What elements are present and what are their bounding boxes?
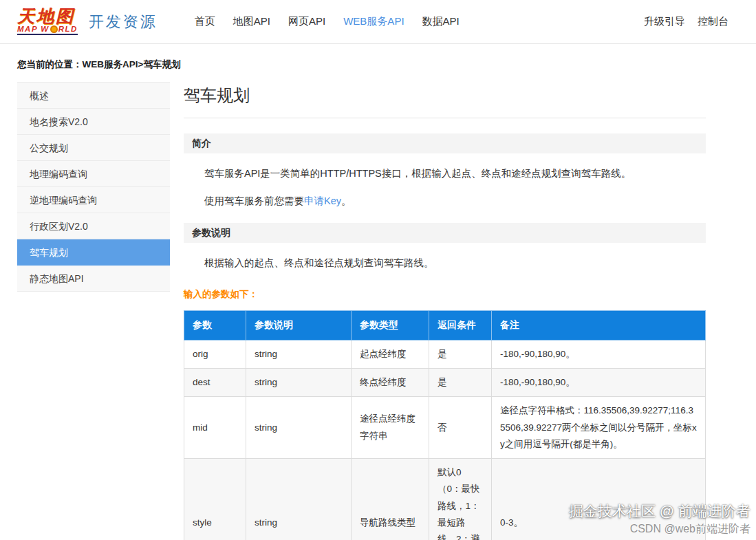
intro-paragraph-2-suffix: 。 [341,195,352,206]
cell-param-type: string [246,397,352,459]
sidebar-item-overview[interactable]: 概述 [17,83,170,109]
nav-item-web-service-api[interactable]: WEB服务API [343,15,404,28]
nav-item-console[interactable]: 控制台 [698,15,728,28]
logo-en-text: MAP W RLD [17,25,78,35]
cell-remark: 0-3。 [492,459,706,540]
section-heading-params: 参数说明 [184,223,706,243]
col-header-param: 参数 [184,310,246,340]
cell-param: mid [184,397,246,459]
apply-key-link[interactable]: 申请Key [304,195,341,206]
sidebar-item-geocoding[interactable]: 地理编码查询 [17,161,170,187]
cell-param-type: string [246,340,352,368]
nav-item-home[interactable]: 首页 [195,15,215,28]
cell-return-condition: 是 [429,340,492,368]
cell-return-condition: 默认0（0：最快路线，1：最短路线，2：避开高速，3：步行） [429,459,492,540]
sidebar-item-driving-planning[interactable]: 驾车规划 [17,239,170,266]
cell-param: orig [184,340,246,368]
globe-icon [50,25,58,33]
sidebar-item-admin-division[interactable]: 行政区划V2.0 [17,213,170,239]
cell-remark: 途径点字符串格式：116.35506,39.92277;116.35506,39… [492,397,706,459]
cell-param-desc: 起点经纬度 [352,340,429,368]
site-title[interactable]: 开发资源 [89,12,158,32]
nav-item-map-api[interactable]: 地图API [233,15,270,28]
cell-remark: -180,-90,180,90。 [492,340,706,368]
cell-param: style [184,459,246,540]
table-row-dest: dest string 终点经纬度 是 -180,-90,180,90。 [184,368,706,396]
right-nav: 升级引导 控制台 [644,15,728,28]
main-nav: 首页 地图API 网页API WEB服务API 数据API [195,15,460,28]
col-header-remark: 备注 [492,310,706,340]
top-navigation-bar: 天地图 MAP W RLD 开发资源 首页 地图API 网页API WEB服务A… [0,0,756,44]
sidebar-item-reverse-geocoding[interactable]: 逆地理编码查询 [17,187,170,213]
content-area: 概述 地名搜索V2.0 公交规划 地理编码查询 逆地理编码查询 行政区划V2.0… [0,82,756,540]
col-header-return-condition: 返回条件 [429,310,492,340]
cell-param-desc: 途径点经纬度字符串 [352,397,429,459]
sidebar-item-transit-planning[interactable]: 公交规划 [17,135,170,161]
logo-en-suffix: RLD [58,25,78,33]
logo-cn-text: 天地图 [17,7,78,25]
sidebar-item-place-search[interactable]: 地名搜索V2.0 [17,109,170,135]
main-content: 驾车规划 简介 驾车服务API是一类简单的HTTP/HTTPS接口，根据输入起点… [184,82,706,540]
nav-item-upgrade-guide[interactable]: 升级引导 [644,15,685,28]
params-description: 根据输入的起点、终点和途径点规划查询驾车路线。 [204,257,706,270]
intro-paragraph-1: 驾车服务API是一类简单的HTTP/HTTPS接口，根据输入起点、终点和途经点规… [204,167,706,181]
table-row-mid: mid string 途径点经纬度字符串 否 途径点字符串格式：116.3550… [184,397,706,459]
cell-param-type: string [246,459,352,540]
section-heading-intro: 简介 [184,133,706,153]
table-row-orig: orig string 起点经纬度 是 -180,-90,180,90。 [184,340,706,368]
params-table: 参数 参数说明 参数类型 返回条件 备注 orig string 起点经纬度 是… [184,310,706,540]
table-header-row: 参数 参数说明 参数类型 返回条件 备注 [184,310,706,340]
table-row-style: style string 导航路线类型 默认0（0：最快路线，1：最短路线，2：… [184,459,706,540]
logo-en-prefix: MAP W [17,25,50,33]
sidebar: 概述 地名搜索V2.0 公交规划 地理编码查询 逆地理编码查询 行政区划V2.0… [17,82,170,292]
cell-return-condition: 是 [429,368,492,396]
intro-paragraph-2-text: 使用驾车服务前您需要 [204,195,304,206]
cell-param-desc: 导航路线类型 [352,459,429,540]
cell-param: dest [184,368,246,396]
nav-item-data-api[interactable]: 数据API [422,15,460,28]
cell-param-desc: 终点经纬度 [352,368,429,396]
page-title: 驾车规划 [184,83,706,118]
col-header-param-type: 参数类型 [352,310,429,340]
cell-param-type: string [246,368,352,396]
sidebar-item-static-map-api[interactable]: 静态地图API [17,266,170,292]
col-header-param-desc: 参数说明 [246,310,352,340]
breadcrumb: 您当前的位置：WEB服务API>驾车规划 [0,44,756,82]
cell-remark: -180,-90,180,90。 [492,368,706,396]
nav-item-web-page-api[interactable]: 网页API [288,15,325,28]
intro-paragraph-2: 使用驾车服务前您需要申请Key。 [204,195,706,208]
cell-return-condition: 否 [429,397,492,459]
input-params-note: 输入的参数如下： [184,288,706,301]
logo[interactable]: 天地图 MAP W RLD [17,7,78,36]
